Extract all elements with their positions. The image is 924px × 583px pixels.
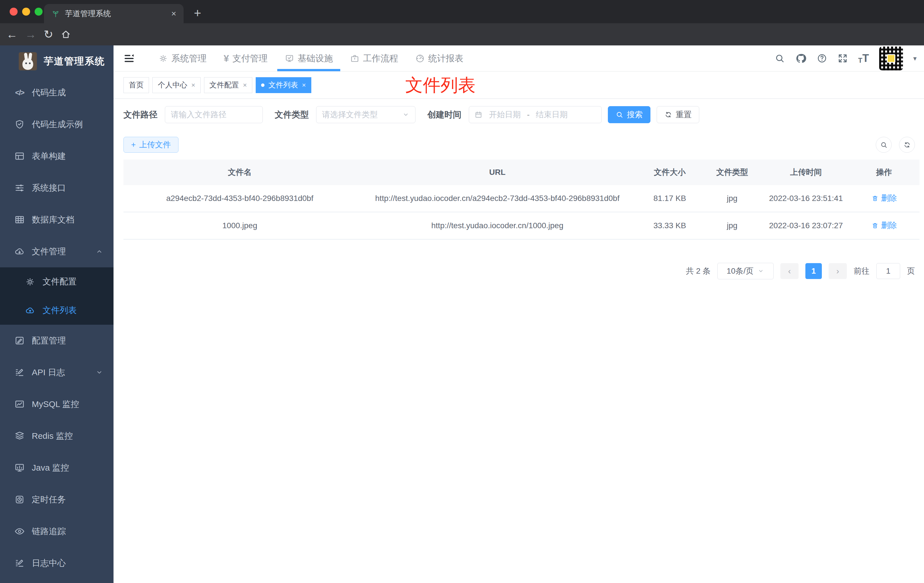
sidebar-item-file-config[interactable]: 文件配置 [0,268,114,296]
sidebar-item-form-builder[interactable]: 表单构建 [0,140,114,172]
cell-filesize: 33.33 KB [639,221,701,230]
help-icon[interactable] [817,53,827,64]
sidebar-item-api-log[interactable]: API 日志 [0,357,114,388]
tag-profile[interactable]: 个人中心× [152,77,201,93]
prev-page-button[interactable]: ‹ [780,263,799,279]
browser-tab[interactable]: 芋道管理系统 × [44,4,183,23]
pagination: 共 2 条 10条/页 ‹ 1 › 前往 页 [686,263,915,279]
note-edit-icon [14,558,25,568]
sidebar-item-code-gen[interactable]: </>代码生成 [0,77,114,109]
file-type-select[interactable]: 请选择文件类型 [316,106,416,123]
sliders-icon [14,183,25,193]
home-button[interactable] [61,29,71,40]
back-button[interactable]: ← [6,28,18,41]
search-icon[interactable] [774,53,785,64]
file-path-label: 文件路径 [124,109,157,121]
sidebar-item-config-management[interactable]: 配置管理 [0,325,114,357]
infra-check-icon [285,54,294,63]
sidebar-item-system-api[interactable]: 系统接口 [0,172,114,204]
tab-title: 芋道管理系统 [65,8,171,19]
tag-home[interactable]: 首页 [124,77,149,93]
cell-filesize: 81.17 KB [639,194,701,203]
sidebar-item-label: 文件管理 [32,246,66,258]
github-icon[interactable] [795,53,807,64]
sidebar-item-db-doc[interactable]: 数据库文档 [0,204,114,236]
delete-button[interactable]: 删除 [871,220,897,231]
cloud-download-icon [14,246,25,257]
sidebar-item-label: 文件配置 [43,276,77,287]
file-path-input[interactable] [165,106,263,123]
sidebar-item-code-demo[interactable]: 代码生成示例 [0,109,114,140]
file-table: 文件名 URL 文件大小 文件类型 上传时间 操作 a294ecb2-73dd-… [124,160,919,239]
nav-item-label: 工作流程 [363,53,398,64]
chevron-down-icon [402,111,409,118]
tag-close-icon[interactable]: × [243,81,247,89]
tab-close-icon[interactable]: × [171,9,176,18]
delete-label: 删除 [881,220,897,231]
tag-file-config[interactable]: 文件配置× [204,77,252,93]
nav-item-workflow[interactable]: 工作流程 [346,45,401,71]
nav-item-payment[interactable]: ¥支付管理 [220,45,271,71]
chart-icon [14,399,25,410]
logo-rabbit-avatar [19,52,37,70]
code-icon: </> [14,88,25,97]
maximize-window-button[interactable] [35,8,43,16]
tag-close-icon[interactable]: × [191,81,195,89]
sidebar-item-redis-monitor[interactable]: Redis 监控 [0,420,114,452]
search-button[interactable]: 搜索 [608,106,650,123]
edit-icon [14,335,25,346]
gauge-icon [415,54,425,63]
sidebar-item-file-management[interactable]: 文件管理 [0,236,114,268]
main-content: 文件路径 文件类型 请选择文件类型 创建时间 开始日期 - 结束日期 搜索 重置… [114,99,924,583]
app-title: 芋道管理系统 [44,55,105,68]
sidebar-item-scheduled-tasks[interactable]: 定时任务 [0,484,114,515]
sidebar-item-label: MySQL 监控 [32,398,79,410]
tag-file-list[interactable]: 文件列表× [256,77,311,93]
reload-button[interactable]: ↻ [44,28,53,41]
new-tab-button[interactable]: + [190,5,205,21]
table-refresh-button[interactable] [899,137,915,153]
delete-button[interactable]: 删除 [871,193,897,203]
sidebar-item-label: 链路追踪 [32,526,66,537]
nav-item-label: 支付管理 [233,53,267,64]
plus-icon: + [131,140,136,149]
sidebar-collapse-icon[interactable] [123,53,135,64]
tag-close-icon[interactable]: × [302,81,306,89]
goto-page-input[interactable] [876,263,900,279]
sidebar-item-tracing[interactable]: 链路追踪 [0,515,114,547]
nav-item-label: 基础设施 [298,53,333,64]
table-header-row: 文件名 URL 文件大小 文件类型 上传时间 操作 [124,160,919,185]
nav-item-system[interactable]: 系统管理 [155,45,210,71]
sidebar-item-log-center[interactable]: 日志中心 [0,547,114,579]
date-range-picker[interactable]: 开始日期 - 结束日期 [469,106,602,123]
trash-icon [871,195,879,202]
nav-item-reports[interactable]: 统计报表 [412,45,467,71]
close-window-button[interactable] [10,8,18,16]
window-controls [10,8,43,16]
minimize-window-button[interactable] [22,8,30,16]
sidebar-item-file-list[interactable]: 文件列表 [0,296,114,325]
create-time-label: 创建时间 [427,109,462,121]
upload-file-button[interactable]: + 上传文件 [124,137,178,153]
page-size-select[interactable]: 10条/页 [718,263,774,279]
next-page-button[interactable]: › [829,263,847,279]
nav-item-label: 统计报表 [428,53,464,64]
reset-button[interactable]: 重置 [657,106,699,123]
avatar-dropdown-caret-icon[interactable]: ▾ [913,55,917,63]
eye-icon [14,526,25,537]
user-avatar-qr[interactable] [879,46,903,70]
sidebar-logo[interactable]: 芋道管理系统 [0,45,114,74]
fullscreen-icon[interactable] [837,53,848,64]
font-size-icon[interactable]: TT [858,52,869,64]
nav-item-infrastructure[interactable]: 基础设施 [281,45,336,71]
upload-button-label: 上传文件 [139,139,171,150]
file-management-submenu: 文件配置 文件列表 [0,268,114,325]
sidebar-item-java-monitor[interactable]: Java 监控 [0,452,114,484]
cell-uploadtime: 2022-03-16 23:51:41 [763,194,848,203]
table-search-toggle-button[interactable] [876,137,892,153]
file-type-placeholder: 请选择文件类型 [322,109,378,120]
page-number-button[interactable]: 1 [805,263,822,279]
forward-button[interactable]: → [25,28,36,41]
column-header-filename: 文件名 [124,167,356,178]
sidebar-item-mysql-monitor[interactable]: MySQL 监控 [0,388,114,420]
